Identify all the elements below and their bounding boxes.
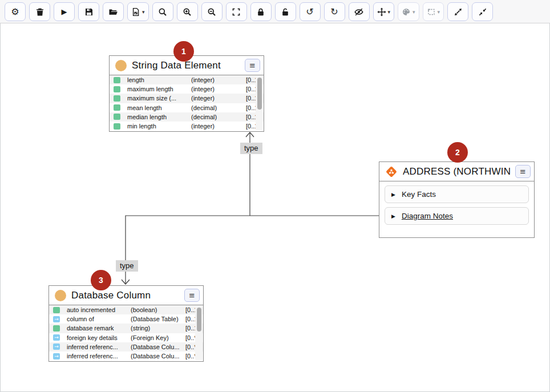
collapse-all-button[interactable]	[472, 2, 493, 21]
delete-button[interactable]	[29, 2, 50, 21]
attribute-list[interactable]: auto incremented (boolean) [0..1] column…	[49, 305, 203, 361]
node-header[interactable]: Database Column ≡	[49, 286, 203, 305]
scrollbar-thumb[interactable]	[197, 308, 201, 332]
annotation-badge-3: 3	[91, 270, 111, 290]
zoom-in-icon	[183, 7, 192, 17]
attribute-row[interactable]: database remark (string) [0..1]	[49, 324, 203, 333]
annotation-badge-1: 1	[173, 41, 194, 62]
node-header[interactable]: ADDRESS (NORTHWIN... ≡	[379, 162, 534, 181]
palette-icon	[402, 7, 411, 17]
attribute-type: (Database Table)	[131, 316, 185, 322]
attribute-row[interactable]: mean length (decimal) [0..1]	[110, 103, 264, 112]
redo-button[interactable]: ↻	[324, 2, 345, 21]
fit-screen-button[interactable]	[226, 2, 247, 21]
attribute-name: mean length	[127, 104, 191, 111]
reference-row[interactable]: inferred referenc... (Database Colu... […	[49, 351, 203, 361]
scrollbar-thumb[interactable]	[257, 78, 262, 110]
attribute-icon	[53, 307, 60, 313]
attribute-row[interactable]: maximum size (... (integer) [0..1]	[110, 94, 264, 103]
undo-button[interactable]: ↺	[300, 2, 321, 21]
reference-row[interactable]: foreign key details (Foreign Key) [0..*]	[49, 333, 203, 342]
unlock-button[interactable]	[275, 2, 296, 21]
floppy-icon	[84, 7, 94, 17]
node-menu-button[interactable]: ≡	[515, 165, 531, 178]
move-button[interactable]: ▾	[373, 2, 395, 21]
attribute-row[interactable]: median length (decimal) [0..1]	[110, 112, 264, 122]
reference-icon	[53, 353, 60, 359]
attribute-row[interactable]: min length (integer) [0..1]	[110, 122, 264, 131]
lock-icon	[256, 7, 265, 17]
attribute-icon	[114, 86, 120, 92]
entity-circle-icon	[115, 60, 127, 71]
edge-label-type[interactable]: type	[240, 143, 262, 154]
reference-icon	[53, 343, 60, 350]
reference-icon	[53, 316, 60, 322]
node-menu-button[interactable]: ≡	[184, 289, 200, 302]
settings-button[interactable]: ⚙	[5, 2, 26, 21]
gear-icon: ⚙	[11, 7, 19, 17]
zoom-in-button[interactable]	[177, 2, 198, 21]
node-address[interactable]: ADDRESS (NORTHWIN... ≡ ▶ Key Facts ▶ Dia…	[379, 161, 535, 238]
lock-button[interactable]	[250, 2, 272, 21]
scrollbar-track[interactable]	[256, 76, 263, 130]
export-image-button[interactable]: ▾	[127, 2, 149, 21]
attribute-row[interactable]: length (integer) [0..1]	[110, 75, 264, 84]
diagram-notes-link[interactable]: Diagram Notes	[402, 212, 453, 220]
folder-open-icon	[108, 7, 118, 17]
expander-triangle-icon[interactable]: ▶	[391, 213, 395, 219]
selection-box-icon	[427, 7, 436, 17]
search-button[interactable]	[152, 2, 173, 21]
attribute-icon	[53, 325, 60, 332]
attribute-icon	[114, 95, 120, 102]
key-facts-section[interactable]: ▶ Key Facts	[385, 185, 529, 203]
diagram-notes-section[interactable]: ▶ Diagram Notes	[385, 207, 529, 225]
color-theme-button: ▾	[398, 2, 419, 21]
attribute-name: median length	[127, 114, 191, 120]
node-string-data-element[interactable]: String Data Element ≡ length (integer) […	[109, 55, 264, 132]
attribute-type: (boolean)	[131, 306, 185, 313]
attribute-list[interactable]: length (integer) [0..1] maximum length (…	[110, 75, 264, 131]
attribute-type: (integer)	[191, 86, 246, 92]
zoom-out-button[interactable]	[201, 2, 223, 21]
attribute-name: column of	[67, 316, 131, 322]
entity-circle-icon	[55, 290, 66, 301]
eye-slash-icon	[354, 7, 363, 17]
collapse-icon	[478, 7, 487, 17]
attribute-icon	[114, 123, 120, 130]
undo-icon: ↺	[306, 7, 313, 17]
attribute-row[interactable]: auto incremented (boolean) [0..1]	[49, 305, 203, 314]
reference-icon	[53, 334, 60, 341]
open-button[interactable]	[103, 2, 124, 21]
trash-icon	[35, 7, 45, 17]
node-menu-button[interactable]: ≡	[245, 59, 260, 72]
save-button[interactable]	[78, 2, 99, 21]
expander-triangle-icon[interactable]: ▶	[391, 192, 395, 197]
run-button[interactable]: ▶	[54, 2, 75, 21]
node-database-column[interactable]: Database Column ≡ auto incremented (bool…	[48, 285, 204, 362]
attribute-row[interactable]: maximum length (integer) [0..1]	[110, 84, 264, 94]
attribute-name: foreign key details	[67, 334, 131, 341]
scrollbar-track[interactable]	[195, 306, 203, 360]
annotation-badge-2: 2	[447, 142, 468, 163]
reference-row[interactable]: inferred referenc... (Database Colu... […	[49, 342, 203, 351]
node-title: ADDRESS (NORTHWIN...	[403, 166, 510, 177]
dropdown-caret-icon: ▾	[438, 9, 440, 15]
attribute-type: (Foreign Key)	[131, 334, 185, 341]
unlock-icon	[281, 7, 290, 17]
diagram-canvas[interactable]: String Data Element ≡ length (integer) […	[0, 23, 550, 392]
edge-label-type[interactable]: type	[116, 260, 138, 272]
section-label: Key Facts	[402, 190, 436, 199]
selection-button: ▾	[423, 2, 444, 21]
attribute-type: (integer)	[191, 95, 246, 102]
reference-row[interactable]: column of (Database Table) [0..1]	[49, 314, 203, 324]
attribute-name: database remark	[67, 325, 131, 332]
attribute-type: (integer)	[191, 123, 246, 130]
search-icon	[158, 7, 167, 17]
redo-icon: ↻	[330, 7, 338, 17]
expand-all-button[interactable]	[447, 2, 468, 21]
attribute-name: length	[127, 76, 191, 83]
hide-button[interactable]	[349, 2, 370, 21]
attribute-icon	[114, 114, 120, 120]
attribute-icon	[114, 77, 120, 83]
image-file-icon	[131, 7, 140, 17]
